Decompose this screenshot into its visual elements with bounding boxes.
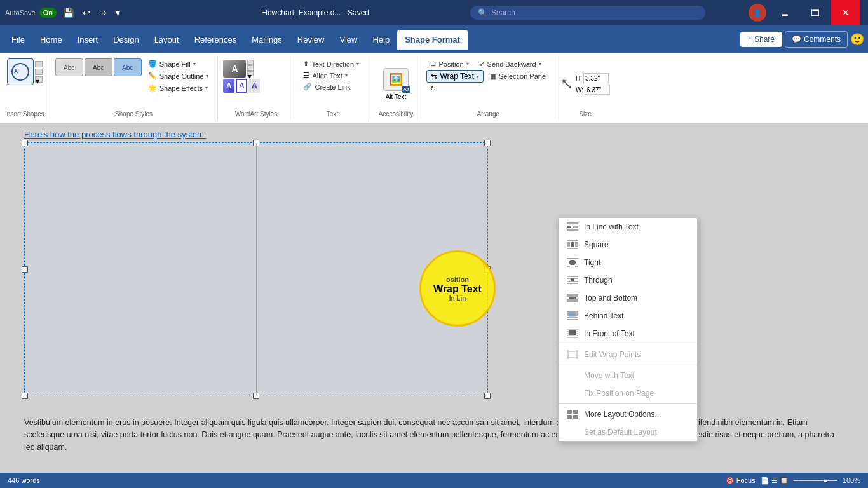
- search-input[interactable]: [491, 8, 698, 17]
- close-button[interactable]: ✕: [831, 0, 860, 25]
- width-control: W: 6.37": [576, 85, 610, 95]
- wordart-styles-label: WordArt Styles: [223, 111, 288, 118]
- behind-icon: [566, 311, 579, 321]
- emoji-button[interactable]: 🙂: [850, 32, 864, 46]
- send-backward-button[interactable]: ↙ Send Backward ▾: [475, 58, 545, 69]
- minimize-button[interactable]: 🗕: [770, 0, 799, 25]
- fixpos-icon: [566, 388, 579, 398]
- shape-outline-button[interactable]: ✏️ Shape Outline ▾: [144, 71, 213, 81]
- ribbon: A ▾ Insert Shapes Abc Abc Abc: [0, 53, 868, 123]
- aligntext-icon: ☰: [303, 71, 309, 79]
- position-button[interactable]: ⊞ Position ▾: [426, 58, 472, 69]
- shapes-gallery-expand[interactable]: ▾: [35, 76, 43, 83]
- comments-icon: 💬: [792, 35, 801, 44]
- selected-shape[interactable]: [24, 142, 488, 396]
- search-icon: 🔍: [478, 8, 487, 17]
- menu-view[interactable]: View: [332, 30, 365, 50]
- search-box[interactable]: 🔍: [470, 6, 705, 20]
- maximize-button[interactable]: 🗖: [801, 0, 830, 25]
- wrap-item-through[interactable]: Through: [559, 271, 697, 289]
- shape-fill-button[interactable]: 🪣 Shape Fill ▾: [144, 58, 213, 69]
- outline-dropdown-arrow: ▾: [206, 73, 208, 79]
- alt-text-label: Alt Text: [386, 93, 407, 100]
- menu-design[interactable]: Design: [105, 30, 146, 50]
- shape-style-1[interactable]: Abc: [55, 58, 83, 76]
- wordart-scroll-down[interactable]: [247, 65, 254, 71]
- svg-rect-7: [575, 242, 578, 247]
- handle-bl[interactable]: [22, 393, 28, 399]
- textdir-dropdown-arrow: ▾: [356, 61, 359, 67]
- width-input[interactable]: 6.37": [585, 85, 610, 95]
- focus-label[interactable]: 🎯 Focus: [726, 477, 756, 485]
- autosave-toggle[interactable]: On: [39, 8, 57, 18]
- menu-insert[interactable]: Insert: [70, 30, 106, 50]
- wordart-style-large[interactable]: A: [223, 60, 246, 78]
- shape-effects-button[interactable]: 🌟 Shape Effects ▾: [144, 83, 213, 93]
- shapes-gallery-scroll2[interactable]: [35, 69, 43, 75]
- arrange-label: Arrange: [426, 111, 550, 118]
- outline-icon: ✏️: [148, 72, 157, 80]
- height-input[interactable]: 3.32": [583, 73, 609, 83]
- wrap-item-morelayout[interactable]: More Layout Options...: [559, 405, 697, 423]
- wrap-item-behind[interactable]: Behind Text: [559, 307, 697, 325]
- wordart-text-fill[interactable]: A: [223, 79, 234, 93]
- zoom-slider[interactable]: ──────●──: [794, 477, 837, 484]
- svg-rect-21: [569, 297, 576, 299]
- ribbon-insert-shapes: A ▾ Insert Shapes: [0, 56, 50, 120]
- sendback-dropdown-arrow: ▾: [539, 61, 541, 67]
- menu-references[interactable]: References: [187, 30, 244, 50]
- svg-rect-2: [573, 226, 578, 227]
- wrap-text-button[interactable]: ⇆ Wrap Text ▾: [426, 70, 484, 83]
- shapes-selector[interactable]: A: [7, 58, 34, 85]
- comments-button[interactable]: 💬 Comments: [785, 31, 848, 48]
- size-icon: ⤡: [560, 75, 573, 93]
- wrap-item-square[interactable]: Square: [559, 236, 697, 254]
- position-dropdown-arrow: ▾: [466, 61, 469, 67]
- align-text-button[interactable]: ☰ Align Text ▾: [299, 70, 351, 81]
- status-bar: 446 words 🎯 Focus 📄 ☰ 🔲 ──────●── 100%: [0, 473, 868, 488]
- wordart-text-outline[interactable]: A: [236, 79, 247, 93]
- rotate-button[interactable]: ↻: [426, 83, 440, 94]
- textdir-icon: ⬆: [303, 60, 309, 68]
- shape-style-2[interactable]: Abc: [85, 58, 112, 76]
- handle-tl[interactable]: [22, 140, 28, 146]
- wrap-item-infront[interactable]: In Front of Text: [559, 325, 697, 342]
- customize-qat-icon[interactable]: ▾: [113, 6, 123, 19]
- wordart-expand[interactable]: ▾: [247, 71, 254, 76]
- alt-text-button[interactable]: 🖼️ Alt Alt Text: [378, 65, 414, 103]
- wrap-item-inline[interactable]: In Line with Text: [559, 218, 697, 236]
- fill-dropdown-arrow: ▾: [193, 61, 196, 67]
- wordart-scroll-up[interactable]: [247, 60, 254, 65]
- text-direction-button[interactable]: ⬆ Text Direction ▾: [299, 58, 363, 69]
- handle-tr[interactable]: [484, 140, 491, 146]
- create-link-button[interactable]: 🔗 Create Link: [299, 81, 354, 92]
- save-icon[interactable]: 💾: [60, 6, 76, 19]
- handle-ml[interactable]: [22, 266, 28, 273]
- zoom-level: 100%: [843, 477, 860, 484]
- wrap-item-topbottom[interactable]: Top and Bottom: [559, 289, 697, 307]
- svg-rect-30: [567, 329, 578, 330]
- menu-mailings[interactable]: Mailings: [244, 30, 290, 50]
- undo-icon[interactable]: ↩: [80, 6, 93, 19]
- handle-br[interactable]: [484, 393, 491, 399]
- position-icon: ⊞: [430, 60, 436, 68]
- status-right: 🎯 Focus 📄 ☰ 🔲 ──────●── 100%: [726, 477, 860, 485]
- menu-file[interactable]: File: [4, 30, 32, 50]
- ribbon-shape-styles: Abc Abc Abc 🪣 Shape Fill ▾ ✏️ Shape Outl…: [50, 56, 219, 120]
- share-button[interactable]: ↑ Share: [740, 32, 782, 47]
- redo-icon[interactable]: ↪: [97, 6, 109, 19]
- menu-layout[interactable]: Layout: [147, 30, 187, 50]
- profile-icon[interactable]: 👤: [749, 4, 766, 22]
- shape-style-3[interactable]: Abc: [114, 58, 142, 76]
- svg-rect-5: [567, 240, 578, 241]
- rotate-icon: ↻: [430, 85, 436, 93]
- menu-review[interactable]: Review: [290, 30, 332, 50]
- menu-help[interactable]: Help: [365, 30, 397, 50]
- menu-home[interactable]: Home: [32, 30, 70, 50]
- wrap-divider-3: [559, 403, 697, 404]
- shapes-gallery-scroll[interactable]: [35, 61, 43, 67]
- menu-shapeformat[interactable]: Shape Format: [397, 30, 468, 50]
- selection-pane-button[interactable]: ▦ Selection Pane: [486, 70, 550, 83]
- wordart-text-effects[interactable]: A: [248, 79, 260, 93]
- wrap-item-tight[interactable]: Tight: [559, 254, 697, 271]
